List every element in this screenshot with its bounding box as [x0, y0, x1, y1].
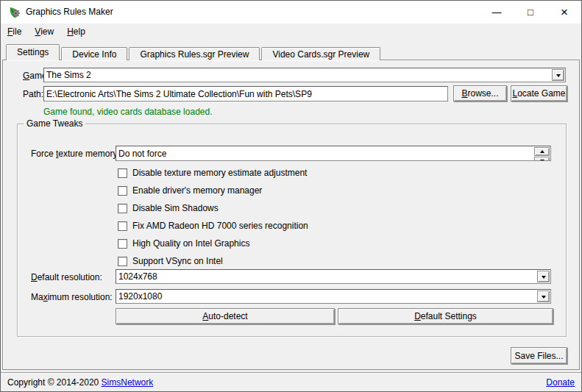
- checkbox-row[interactable]: Fix AMD Radeon HD 7000 series recognitio…: [118, 220, 308, 232]
- close-button[interactable]: ×: [547, 1, 581, 24]
- window-title: Graphics Rules Maker: [26, 1, 113, 24]
- game-tweaks-groupbox: Game Tweaks Force texture memory: Disabl…: [17, 124, 567, 337]
- fix-amd-radeon-checkbox[interactable]: [118, 221, 127, 231]
- menu-help[interactable]: Help: [60, 24, 92, 40]
- game-combobox[interactable]: The Sims 2: [43, 68, 566, 82]
- game-status-message: Game found, video cards database loaded.: [43, 107, 213, 117]
- force-texture-memory-label: Force texture memory:: [31, 149, 120, 159]
- force-texture-memory-input[interactable]: [118, 146, 548, 160]
- save-files-button[interactable]: Save Files...: [511, 347, 567, 364]
- support-vsync-intel-checkbox[interactable]: [118, 257, 127, 266]
- copyright-text: Copyright © 2014-2020 SimsNetwork: [7, 377, 153, 388]
- browse-button[interactable]: Browse...: [453, 85, 507, 101]
- path-field[interactable]: [43, 86, 448, 101]
- force-texture-memory-spinbox[interactable]: [116, 146, 551, 161]
- default-resolution-value: 1024x768: [118, 271, 157, 282]
- spin-up-button[interactable]: [534, 147, 550, 156]
- menu-view[interactable]: View: [28, 24, 60, 40]
- tab-device-info[interactable]: Device Info: [61, 47, 127, 60]
- checkbox-row[interactable]: Support VSync on Intel: [118, 255, 223, 267]
- tab-settings[interactable]: Settings: [6, 44, 60, 60]
- default-resolution-dropdown-button[interactable]: [537, 271, 550, 282]
- menu-bar: File View Help: [1, 24, 581, 40]
- app-window: Graphics Rules Maker — □ × File View Hel…: [0, 0, 582, 392]
- checkbox-row[interactable]: Disable texture memory estimate adjustme…: [118, 167, 307, 179]
- spin-down-button[interactable]: [534, 157, 550, 161]
- auto-detect-button[interactable]: Auto-detect: [116, 308, 335, 324]
- app-icon: [8, 6, 21, 19]
- maximize-button[interactable]: □: [514, 1, 547, 24]
- disable-texture-estimate-checkbox[interactable]: [118, 168, 127, 178]
- gear-icon: [12, 10, 20, 18]
- game-tweaks-title: Game Tweaks: [24, 118, 85, 129]
- settings-panel: Game: The Sims 2 Path: Browse... Locate …: [2, 60, 580, 370]
- high-quality-intel-checkbox[interactable]: [118, 239, 127, 249]
- checkbox-row[interactable]: Disable Sim Shadows: [118, 202, 219, 214]
- locate-game-button[interactable]: Locate Game: [511, 85, 567, 101]
- checkbox-row[interactable]: High Quality on Intel Graphics: [118, 238, 249, 249]
- tab-video-cards-preview[interactable]: Video Cards.sgr Preview: [261, 47, 380, 60]
- chevron-down-icon: [556, 74, 561, 79]
- title-bar: Graphics Rules Maker — □ ×: [1, 1, 581, 24]
- default-resolution-label: Default resolution:: [31, 272, 102, 282]
- minimize-button[interactable]: —: [480, 1, 514, 24]
- checkbox-row[interactable]: Enable driver's memory manager: [118, 185, 262, 196]
- minimize-icon: —: [492, 7, 502, 18]
- maximize-icon: □: [528, 7, 533, 18]
- disable-sim-shadows-checkbox[interactable]: [118, 204, 127, 213]
- chevron-down-icon: [542, 276, 546, 281]
- maximum-resolution-combobox[interactable]: 1920x1080: [116, 289, 551, 304]
- path-input[interactable]: [46, 87, 445, 101]
- tab-strip: Settings Device Info Graphics Rules.sgr …: [6, 44, 382, 60]
- maximum-resolution-dropdown-button[interactable]: [537, 291, 550, 302]
- game-combobox-value: The Sims 2: [46, 70, 91, 80]
- enable-driver-memory-manager-checkbox[interactable]: [118, 186, 127, 196]
- default-resolution-combobox[interactable]: 1024x768: [116, 269, 551, 284]
- menu-file[interactable]: File: [1, 24, 28, 40]
- path-label: Path:: [23, 89, 43, 99]
- tab-graphics-rules-preview[interactable]: Graphics Rules.sgr Preview: [129, 47, 260, 60]
- close-icon: ×: [561, 5, 568, 20]
- donate-link[interactable]: Donate: [546, 377, 575, 388]
- default-settings-button[interactable]: Default Settings: [338, 308, 553, 324]
- triangle-up-icon: [540, 148, 544, 153]
- game-combobox-dropdown-button[interactable]: [552, 69, 564, 81]
- triangle-down-icon: [540, 160, 544, 161]
- simsnetwork-link[interactable]: SimsNetwork: [102, 377, 154, 388]
- maximum-resolution-value: 1920x1080: [118, 291, 162, 302]
- maximum-resolution-label: Maximum resolution:: [31, 292, 113, 302]
- force-texture-memory-spinner: [534, 147, 550, 160]
- chevron-down-icon: [542, 296, 546, 301]
- status-bar: Copyright © 2014-2020 SimsNetwork Donate: [1, 372, 581, 391]
